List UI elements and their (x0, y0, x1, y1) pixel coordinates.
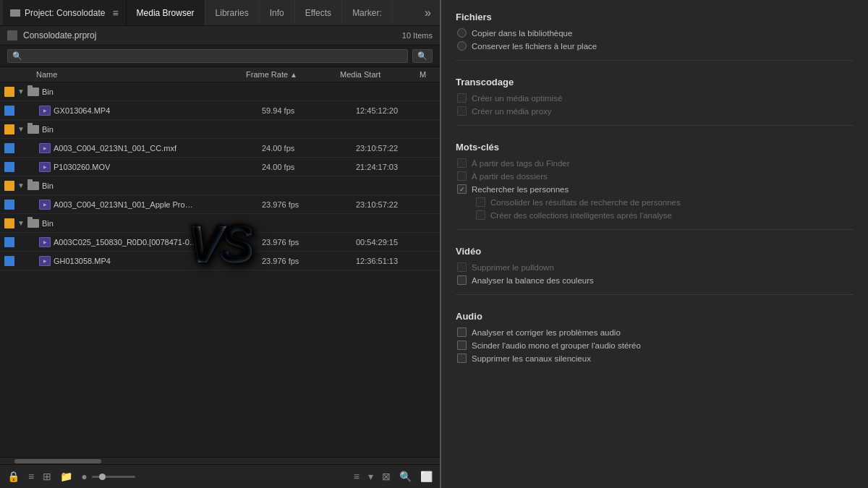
label-creer-proxy: Créer un média proxy (472, 107, 552, 116)
divider-3 (456, 229, 854, 230)
search-bottom-icon[interactable]: 🔍 (398, 469, 413, 484)
grid-view-icon[interactable]: ⊞ (41, 469, 53, 484)
expand-arrow[interactable]: ▼ (17, 181, 27, 189)
list-view-icon[interactable]: ≡ (27, 469, 35, 484)
tab-project[interactable]: Project: Consolodate ≡ (3, 0, 127, 25)
table-row[interactable]: ▼Bin (0, 120, 440, 139)
hscrollbar[interactable] (0, 457, 440, 464)
label-tags-finder: À partir des tags du Finder (472, 159, 570, 168)
table-row[interactable]: GX013064.MP459.94 fps12:45:12:20 (0, 101, 440, 120)
left-panel: Project: Consolodate ≡ Media Browser Lib… (0, 0, 441, 488)
panel-icon[interactable]: ⬜ (419, 469, 434, 484)
zoom-slider[interactable]: ● (80, 469, 135, 484)
table-row[interactable]: A003C025_150830_R0D0.[0078471-00789523.9… (0, 233, 440, 252)
sort-icon[interactable]: ≡ (352, 469, 361, 484)
row-framerate: 23.976 fps (262, 238, 356, 247)
checkbox-creer-collections[interactable] (476, 210, 485, 220)
transcodage-title: Transcodage (456, 77, 854, 87)
col-m-header: M (420, 70, 426, 79)
row-color-bar (4, 200, 14, 210)
label-analyser-corriger: Analyser et corriger les problèmes audio (472, 328, 621, 337)
project-icon (10, 9, 20, 17)
tab-media-browser[interactable]: Media Browser (127, 0, 205, 25)
folder-icon (27, 87, 39, 96)
tab-overflow[interactable]: » (419, 7, 437, 20)
search-input[interactable] (25, 52, 403, 61)
dropdown-icon[interactable]: ▾ (367, 469, 375, 484)
checkbox-analyser-corriger[interactable] (457, 328, 467, 337)
row-name: A003_C004_0213N1_001_Apple ProRes 42 (54, 200, 198, 209)
checkbox-creer-media[interactable] (457, 93, 467, 103)
option-analyser-balance[interactable]: Analyser la balance des couleurs (456, 275, 854, 285)
radio-conserver[interactable] (457, 41, 467, 51)
option-consolider[interactable]: Consolider les résultats de recherche de… (456, 197, 854, 207)
thumbnail-icon[interactable]: ⊠ (380, 469, 392, 484)
row-mediastart: 21:24:17:03 (356, 163, 435, 171)
project-header: Consolodate.prproj 10 Items (0, 26, 440, 46)
checkbox-dossiers[interactable] (457, 171, 467, 181)
option-conserver[interactable]: Conserver les fichiers à leur place (456, 41, 854, 51)
checkbox-analyser-balance[interactable] (457, 275, 467, 285)
table-row[interactable]: ▼Bin (0, 82, 440, 101)
tabs-bar: Project: Consolodate ≡ Media Browser Lib… (0, 0, 440, 26)
bin-icon[interactable]: 📁 (59, 469, 74, 484)
checkbox-supprimer-canaux[interactable] (457, 354, 467, 363)
tab-effects[interactable]: Effects (295, 0, 342, 25)
hscroll-thumb[interactable] (14, 459, 101, 463)
checkbox-supprimer-pulldown[interactable] (457, 262, 467, 272)
row-framerate: 23.976 fps (262, 257, 356, 265)
checkbox-tags-finder[interactable] (457, 158, 467, 168)
search-input-wrapper[interactable]: 🔍 (7, 49, 408, 63)
table-row[interactable]: GH013058.MP423.976 fps12:36:51:13 (0, 252, 440, 270)
row-name: Bin (42, 125, 54, 134)
expand-arrow[interactable]: ▼ (17, 125, 27, 133)
label-copier: Copier dans la bibliothèque (472, 29, 572, 38)
checkbox-scinder[interactable] (457, 341, 467, 350)
option-creer-media[interactable]: Créer un média optimisé (456, 93, 854, 103)
expand-arrow[interactable]: ▼ (17, 87, 27, 95)
row-color-bar (4, 218, 14, 228)
tab-info[interactable]: Info (260, 0, 295, 25)
row-name: Bin (42, 219, 54, 228)
checkbox-rechercher[interactable] (457, 184, 467, 194)
folder-icon (27, 125, 39, 134)
row-framerate: 23.976 fps (262, 200, 356, 209)
table-row[interactable]: A003_C004_0213N1_001_CC.mxf24.00 fps23:1… (0, 139, 440, 158)
folder-icon (27, 181, 39, 190)
row-name: GX013064.MP4 (54, 106, 110, 115)
row-framerate: 24.00 fps (262, 144, 356, 153)
slider-thumb[interactable] (99, 474, 106, 480)
checkbox-consolider[interactable] (476, 197, 485, 207)
file-list: ▼BinGX013064.MP459.94 fps12:45:12:20▼Bin… (0, 82, 440, 457)
option-tags-finder[interactable]: À partir des tags du Finder (456, 158, 854, 168)
col-framerate-header[interactable]: Frame Rate ▲ (246, 70, 340, 79)
table-row[interactable]: A003_C004_0213N1_001_Apple ProRes 4223.9… (0, 195, 440, 214)
option-copier[interactable]: Copier dans la bibliothèque (456, 28, 854, 38)
table-row[interactable]: ▼Bin (0, 214, 440, 233)
option-supprimer-pulldown[interactable]: Supprimer le pulldown (456, 262, 854, 272)
slider-track[interactable] (92, 476, 135, 478)
checkbox-creer-proxy[interactable] (457, 106, 467, 116)
row-color-bar (4, 162, 14, 172)
table-row[interactable]: P1030260.MOV24.00 fps21:24:17:03 (0, 158, 440, 176)
radio-copier[interactable] (457, 28, 467, 38)
tab-markers[interactable]: Marker: (342, 0, 393, 25)
option-dossiers[interactable]: À partir des dossiers (456, 171, 854, 181)
row-name: GH013058.MP4 (54, 257, 111, 265)
option-analyser-corriger[interactable]: Analyser et corriger les problèmes audio (456, 328, 854, 337)
find-button[interactable]: 🔍 (412, 49, 433, 63)
expand-arrow[interactable]: ▼ (17, 219, 27, 227)
option-supprimer-canaux[interactable]: Supprimer les canaux silencieux (456, 354, 854, 363)
divider-4 (456, 294, 854, 295)
option-rechercher[interactable]: Rechercher les personnes (456, 184, 854, 194)
row-framerate: 59.94 fps (262, 106, 356, 115)
option-creer-proxy[interactable]: Créer un média proxy (456, 106, 854, 116)
option-creer-collections[interactable]: Créer des collections intelligentes aprè… (456, 210, 854, 220)
tab-menu-icon[interactable]: ≡ (112, 7, 118, 19)
lock-icon[interactable]: 🔒 (6, 469, 21, 484)
row-color-bar (4, 237, 14, 247)
table-row[interactable]: ▼Bin (0, 176, 440, 195)
option-scinder[interactable]: Scinder l'audio mono et grouper l'audio … (456, 341, 854, 350)
label-conserver: Conserver les fichiers à leur place (472, 42, 597, 51)
tab-libraries[interactable]: Libraries (205, 0, 260, 25)
